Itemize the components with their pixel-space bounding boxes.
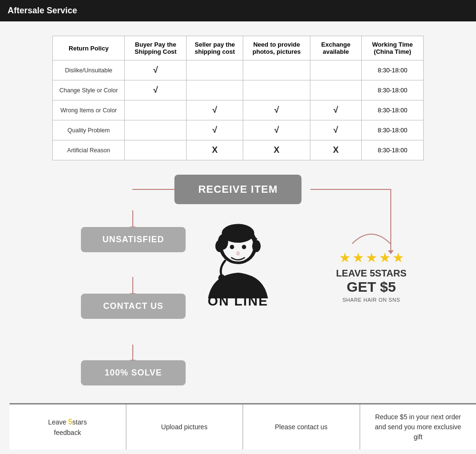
- table-cell-1-4: [310, 80, 361, 100]
- contact-us-box: CONTACT US: [81, 294, 186, 319]
- bottom-item-reduce: Reduce $5 in your next order and send yo…: [360, 405, 476, 450]
- col-return-policy: Return Policy: [53, 36, 125, 60]
- table-cell-0-0: Dislike/Unsuitable: [53, 60, 125, 80]
- check-mark: √: [212, 125, 217, 135]
- col-working-time: Working Time (China Time): [362, 36, 424, 60]
- table-cell-2-3: √: [243, 100, 310, 120]
- table-row: Quality Problem√√√8:30-18:00: [53, 120, 424, 140]
- page-header: Aftersale Service: [0, 0, 476, 21]
- bottom-item-upload-text: Upload pictures: [161, 422, 208, 432]
- svg-point-4: [215, 240, 224, 252]
- bottom-item-reduce-text: Reduce $5 in your next order and send yo…: [370, 412, 467, 442]
- table-cell-4-0: Artificial Reason: [53, 140, 125, 160]
- receive-item-box: RECEIVE ITEM: [174, 175, 301, 204]
- stars-section: ★ ★ ★ ★ ★ LEAVE 5STARS GET $5 SHARE HAIR…: [333, 222, 409, 303]
- table-row: Wrong Items or Color√√√8:30-18:00: [53, 100, 424, 120]
- star-3: ★: [366, 250, 377, 266]
- table-cell-0-4: [310, 60, 361, 80]
- table-cell-1-3: [243, 80, 310, 100]
- table-cell-3-1: [125, 120, 187, 140]
- table-cell-0-2: [187, 60, 243, 80]
- svg-point-6: [230, 245, 234, 249]
- stars-row: ★ ★ ★ ★ ★: [339, 250, 404, 266]
- header-title: Aftersale Service: [8, 6, 77, 15]
- table-cell-3-2: √: [187, 120, 243, 140]
- col-exchange: Exchange available: [310, 36, 361, 60]
- star-5: ★: [392, 250, 404, 266]
- bottom-item-stars: Leave 5starsfeedback: [10, 405, 127, 450]
- svg-point-7: [242, 245, 246, 249]
- table-row: Artificial ReasonXXX8:30-18:00: [53, 140, 424, 160]
- arc-decoration: [347, 222, 395, 246]
- online-section: ON LINE: [186, 213, 290, 309]
- table-cell-4-5: 8:30-18:00: [362, 140, 424, 160]
- star-4: ★: [379, 250, 391, 266]
- bottom-item-contact: Please contact us: [243, 405, 360, 450]
- check-mark: √: [274, 105, 279, 115]
- table-cell-0-5: 8:30-18:00: [362, 60, 424, 80]
- main-content: Return Policy Buyer Pay the Shipping Cos…: [0, 21, 476, 454]
- policy-table: Return Policy Buyer Pay the Shipping Cos…: [52, 36, 424, 160]
- table-cell-1-2: [187, 80, 243, 100]
- table-cell-1-0: Change Style or Color: [53, 80, 125, 100]
- col-photos: Need to provide photos, pictures: [243, 36, 310, 60]
- share-hair-text: SHARE HAIR ON SNS: [343, 297, 400, 303]
- flow-section: RECEIVE ITEM UNSATISFIED CONTACT US 100%…: [52, 175, 424, 394]
- table-cell-2-5: 8:30-18:00: [362, 100, 424, 120]
- table-cell-0-1: √: [125, 60, 187, 80]
- check-mark: √: [274, 125, 279, 135]
- table-cell-3-3: √: [243, 120, 310, 140]
- table-cell-4-2: X: [187, 140, 243, 160]
- bottom-bar: Leave 5starsfeedback Upload pictures Ple…: [10, 403, 476, 450]
- table-row: Change Style or Color√8:30-18:00: [53, 80, 424, 100]
- table-cell-3-5: 8:30-18:00: [362, 120, 424, 140]
- table-row: Dislike/Unsuitable√8:30-18:00: [53, 60, 424, 80]
- bottom-item-upload: Upload pictures: [127, 405, 244, 450]
- table-cell-1-5: 8:30-18:00: [362, 80, 424, 100]
- svg-point-5: [252, 240, 261, 252]
- star-highlight: 5: [68, 418, 72, 426]
- check-mark: √: [334, 125, 338, 135]
- arrow-down-left-1: [132, 210, 133, 227]
- table-cell-2-0: Wrong Items or Color: [53, 100, 125, 120]
- solve-box: 100% SOLVE: [81, 360, 186, 385]
- check-mark: √: [212, 105, 217, 115]
- table-cell-4-1: [125, 140, 187, 160]
- bottom-item-contact-text: Please contact us: [275, 422, 327, 432]
- check-mark: √: [153, 65, 158, 75]
- x-mark: X: [274, 145, 279, 155]
- check-mark: √: [153, 85, 158, 95]
- leave5stars-text: LEAVE 5STARS: [336, 267, 407, 279]
- table-cell-2-4: √: [310, 100, 361, 120]
- arrow-down-left-3: [132, 345, 133, 360]
- col-buyer-pay: Buyer Pay the Shipping Cost: [125, 36, 187, 60]
- table-cell-2-2: √: [187, 100, 243, 120]
- table-cell-4-3: X: [243, 140, 310, 160]
- svg-point-8: [236, 251, 239, 256]
- support-agent-icon: [195, 213, 281, 298]
- x-mark: X: [212, 145, 218, 155]
- h-line-right: [310, 189, 391, 190]
- col-seller-pay: Seller pay the shipping cost: [187, 36, 243, 60]
- star-2: ★: [352, 250, 364, 266]
- unsatisfied-box: UNSATISFIED: [81, 227, 186, 252]
- table-cell-0-3: [243, 60, 310, 80]
- star-1: ★: [339, 250, 351, 266]
- table-cell-3-0: Quality Problem: [53, 120, 125, 140]
- check-mark: √: [334, 105, 338, 115]
- x-mark: X: [333, 145, 339, 155]
- bottom-item-stars-text: Leave 5starsfeedback: [48, 416, 87, 438]
- arrow-down-left-2: [132, 277, 133, 294]
- table-cell-4-4: X: [310, 140, 361, 160]
- table-cell-1-1: √: [125, 80, 187, 100]
- online-text: ON LINE: [208, 294, 268, 309]
- get5-text: GET $5: [347, 279, 396, 295]
- table-cell-3-4: √: [310, 120, 361, 140]
- table-cell-2-1: [125, 100, 187, 120]
